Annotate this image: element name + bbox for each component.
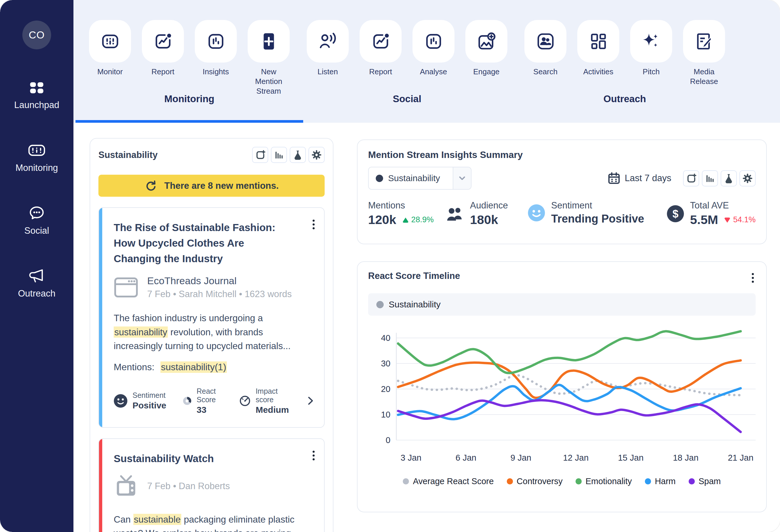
web-source-icon	[114, 276, 138, 299]
tool-tile[interactable]	[577, 20, 619, 62]
ave-delta: 54.1%	[724, 215, 755, 224]
outreach-icon	[28, 267, 46, 285]
legend-dot	[645, 478, 651, 484]
legend-item-emotionality[interactable]: Emotionality	[576, 477, 632, 486]
refresh-icon	[144, 180, 157, 192]
stream-color-dot	[376, 301, 384, 308]
sentiment-metric: Sentiment Positive	[114, 391, 166, 411]
more-options-button[interactable]	[311, 218, 316, 231]
flask-button[interactable]	[290, 147, 306, 163]
group-label-monitoring[interactable]: Monitoring	[164, 93, 214, 105]
tool-search[interactable]: Search	[524, 20, 567, 87]
sidebar-item-outreach[interactable]: Outreach	[18, 267, 55, 299]
mention-snippet: The fashion industry is undergoing a sus…	[114, 311, 313, 353]
gear-button[interactable]	[308, 147, 325, 163]
pitch-icon	[642, 32, 661, 51]
stream-selector-dropdown[interactable]: Sustainability	[368, 167, 472, 190]
new-mention-stream-icon	[259, 32, 279, 51]
tool-label: Listen	[318, 67, 338, 87]
keyword-highlight: sustainable	[133, 514, 181, 525]
tool-new-mention-stream[interactable]: New Mention Stream	[248, 20, 290, 87]
tool-label: Report	[151, 67, 174, 87]
report-icon	[153, 32, 173, 51]
group-label-social[interactable]: Social	[393, 93, 421, 105]
bar-chart-button[interactable]	[271, 147, 287, 163]
flask-icon	[724, 173, 734, 183]
active-group-indicator	[76, 120, 303, 123]
more-options-button[interactable]	[311, 449, 316, 462]
mention-card[interactable]: The Rise of Sustainable Fashion: How Upc…	[98, 207, 325, 428]
mention-title[interactable]: The Rise of Sustainable Fashion: How Upc…	[114, 220, 313, 266]
tool-tile[interactable]	[89, 20, 131, 62]
more-options-button[interactable]	[750, 271, 755, 284]
new-mentions-banner[interactable]: There are 8 new mentions.	[98, 175, 325, 197]
search-icon	[536, 32, 555, 51]
dropdown-caret[interactable]	[453, 167, 471, 189]
tool-listen[interactable]: Listen	[307, 20, 349, 87]
react-score-line-chart[interactable]: 0102030403 Jan6 Jan9 Jan12 Jan15 Jan18 J…	[368, 321, 757, 466]
mentions-keyword-tag[interactable]: sustainability(1)	[160, 361, 227, 373]
legend-item-average-react-score[interactable]: Average React Score	[403, 477, 494, 486]
legend-label: Harm	[655, 477, 676, 486]
tool-engage[interactable]: Engage	[466, 20, 507, 87]
react-score-timeline-panel: React Score Timeline Sustainability 0102…	[357, 261, 767, 512]
stream-panel-toolbar	[252, 147, 325, 163]
date-range-label[interactable]: Last 7 days	[625, 173, 671, 183]
tool-tile[interactable]	[307, 20, 349, 62]
audience-stat: Audience 180k	[447, 200, 528, 227]
insights-panel-title: Mention Stream Insights Summary	[368, 150, 755, 160]
tool-insights[interactable]: Insights	[195, 20, 237, 87]
sidebar-item-monitoring[interactable]: Monitoring	[15, 142, 58, 173]
mention-card[interactable]: Sustainability Watch 7 Feb • Dan Roberts…	[98, 438, 325, 532]
tool-tile[interactable]	[683, 20, 725, 62]
chevron-down-icon	[458, 174, 466, 182]
tool-label: Report	[369, 67, 392, 87]
react-score-donut-icon	[183, 394, 192, 408]
sidebar-item-launchpad[interactable]: Launchpad	[14, 79, 59, 110]
export-button[interactable]	[252, 147, 268, 163]
tool-report[interactable]: Report	[359, 20, 402, 87]
bar-chart-icon	[274, 150, 284, 160]
legend-item-harm[interactable]: Harm	[645, 477, 676, 486]
flask-button[interactable]	[721, 170, 737, 187]
tool-pitch[interactable]: Pitch	[630, 20, 672, 87]
tool-tile[interactable]	[466, 20, 507, 62]
tool-analyse[interactable]: Analyse	[412, 20, 454, 87]
gear-button[interactable]	[739, 170, 755, 187]
chart-legend: Average React ScoreControversyEmotionali…	[368, 477, 755, 486]
sidebar-item-social[interactable]: Social	[25, 204, 49, 236]
mention-title[interactable]: Sustainability Watch	[114, 451, 313, 466]
export-button[interactable]	[683, 170, 699, 187]
gear-icon	[742, 173, 753, 183]
avatar[interactable]: CO	[22, 20, 51, 49]
expand-mention-chevron-icon[interactable]	[307, 394, 313, 408]
legend-item-spam[interactable]: Spam	[689, 477, 721, 486]
launchpad-icon	[28, 79, 46, 96]
sentiment-icon	[114, 394, 128, 408]
react-score-metric: React Score 33	[183, 387, 223, 415]
tool-activities[interactable]: Activities	[577, 20, 619, 87]
chart-stream-filter[interactable]: Sustainability	[368, 293, 755, 316]
tool-group-social: Listen Report Analyse Engage Social	[307, 20, 507, 123]
audience-icon	[447, 205, 464, 222]
bar-chart-button[interactable]	[702, 170, 718, 187]
sidebar-nav: LaunchpadMonitoringSocialOutreach	[0, 79, 74, 299]
tool-tile[interactable]	[412, 20, 454, 62]
group-label-outreach[interactable]: Outreach	[603, 93, 646, 105]
tool-label: Analyse	[420, 67, 447, 87]
source-name[interactable]: EcoThreads Journal	[147, 275, 292, 286]
tool-media-release[interactable]: Media Release	[683, 20, 725, 87]
tool-tile[interactable]	[248, 20, 290, 62]
tool-label: Activities	[583, 67, 614, 87]
legend-item-controversy[interactable]: Controversy	[507, 477, 563, 486]
gear-icon	[311, 150, 322, 160]
tool-tile[interactable]	[195, 20, 237, 62]
tool-tile[interactable]	[359, 20, 402, 62]
tool-label: Engage	[473, 67, 500, 87]
tool-tile[interactable]	[142, 20, 184, 62]
svg-text:9 Jan: 9 Jan	[510, 453, 531, 463]
tool-tile[interactable]	[524, 20, 567, 62]
tool-monitor[interactable]: Monitor	[89, 20, 131, 87]
tool-report[interactable]: Report	[142, 20, 184, 87]
tool-tile[interactable]	[630, 20, 672, 62]
